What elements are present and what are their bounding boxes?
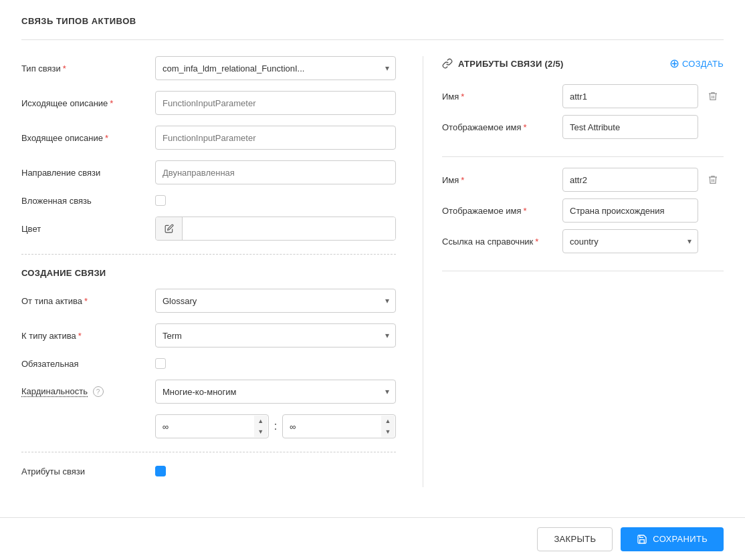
color-edit-button[interactable] — [156, 217, 183, 240]
cardinality-left-spinners: ▲ ▼ — [254, 416, 268, 437]
attr2-displayname-input[interactable] — [562, 198, 698, 223]
attribute-2-block: Имя* Отображаемое имя* — [442, 168, 724, 271]
cardinality-inputs: ▲ ▼ : ▲ ▼ — [155, 414, 396, 438]
incoming-desc-label: Входящее описание* — [21, 133, 155, 143]
footer: ЗАКРЫТЬ СОХРАНИТЬ — [0, 517, 745, 560]
create-attribute-button[interactable]: ⊕ СОЗДАТЬ — [669, 56, 724, 71]
attr1-name-label: Имя* — [442, 92, 562, 102]
attributes-label: Атрибуты связи — [21, 466, 155, 476]
cardinality-right-spinners: ▲ ▼ — [381, 416, 395, 437]
attributes-checkbox[interactable] — [155, 466, 166, 476]
pencil-icon — [165, 224, 174, 233]
cardinality-left-wrap: ▲ ▼ — [155, 414, 269, 438]
from-asset-row: От типа актива* Glossary ▾ — [21, 289, 396, 313]
to-asset-select[interactable]: Term — [155, 323, 396, 347]
right-panel: АТРИБУТЫ СВЯЗИ (2/5) ⊕ СОЗДАТЬ Имя* — [423, 56, 724, 487]
nested-checkbox[interactable] — [155, 195, 166, 206]
required-row: Обязательная — [21, 358, 396, 369]
section-title: СОЗДАНИЕ СВЯЗИ — [21, 268, 396, 278]
outgoing-desc-input[interactable] — [155, 91, 396, 115]
section-divider — [21, 254, 396, 255]
from-asset-select[interactable]: Glossary — [155, 289, 396, 313]
attr1-displayname-label: Отображаемое имя* — [442, 122, 562, 132]
nested-checkbox-wrapper — [155, 195, 166, 206]
cardinality-row: Кардинальность ? Многие-ко-многим ▾ — [21, 380, 396, 404]
attribute-1-block: Имя* Отображаемое имя* — [442, 84, 724, 157]
color-row: Цвет — [21, 217, 396, 241]
connection-type-label: Тип связи* — [21, 63, 155, 74]
to-asset-select-wrapper: Term ▾ — [155, 323, 396, 347]
incoming-desc-row: Входящее описание* — [21, 126, 396, 150]
close-button[interactable]: ЗАКРЫТЬ — [537, 527, 613, 551]
attr2-reference-select[interactable]: country — [562, 229, 698, 253]
direction-row: Направление связи — [21, 160, 396, 184]
right-panel-header: АТРИБУТЫ СВЯЗИ (2/5) ⊕ СОЗДАТЬ — [442, 56, 724, 71]
color-display — [183, 217, 395, 240]
attr1-displayname-row: Отображаемое имя* — [442, 115, 724, 139]
save-icon — [637, 534, 647, 545]
direction-label: Направление связи — [21, 168, 155, 178]
incoming-desc-input[interactable] — [155, 126, 396, 150]
attr2-delete-button[interactable] — [702, 169, 724, 190]
save-button[interactable]: СОХРАНИТЬ — [621, 527, 724, 551]
cardinality-left-input[interactable] — [155, 414, 269, 438]
attr2-reference-select-wrapper: country ▾ — [562, 229, 698, 253]
attr2-name-row: Имя* — [442, 168, 724, 192]
nested-row: Вложенная связь — [21, 195, 396, 206]
cardinality-label: Кардинальность ? — [21, 386, 155, 398]
left-panel: Тип связи* com_infa_ldm_relational_Funct… — [21, 56, 396, 487]
color-input-wrapper — [155, 217, 396, 241]
connection-type-row: Тип связи* com_infa_ldm_relational_Funct… — [21, 56, 396, 80]
cardinality-left-down-button[interactable]: ▼ — [254, 426, 268, 437]
connection-type-select[interactable]: com_infa_ldm_relational_FunctionI... — [155, 56, 396, 80]
cardinality-right-down-button[interactable]: ▼ — [381, 426, 395, 437]
attr2-displayname-label: Отображаемое имя* — [442, 206, 562, 216]
nested-label: Вложенная связь — [21, 196, 155, 206]
connection-type-select-wrapper: com_infa_ldm_relational_FunctionI... ▾ — [155, 56, 396, 80]
to-asset-label: К типу актива* — [21, 331, 155, 341]
color-label: Цвет — [21, 224, 155, 234]
from-asset-label: От типа актива* — [21, 296, 155, 306]
required-checkbox-wrapper — [155, 358, 166, 369]
cardinality-info-icon: ? — [93, 386, 104, 397]
rp-title: АТРИБУТЫ СВЯЗИ (2/5) — [458, 59, 564, 69]
attr2-reference-label: Ссылка на справочник* — [442, 237, 562, 247]
direction-input[interactable] — [155, 160, 396, 184]
rp-header-left: АТРИБУТЫ СВЯЗИ (2/5) — [442, 58, 564, 69]
cardinality-select[interactable]: Многие-ко-многим — [155, 380, 396, 404]
trash-icon — [708, 174, 718, 185]
cardinality-select-wrapper: Многие-ко-многим ▾ — [155, 380, 396, 404]
cardinality-right-wrap: ▲ ▼ — [282, 414, 396, 438]
attr1-displayname-input[interactable] — [562, 115, 698, 139]
link-icon — [442, 58, 453, 69]
attr2-name-label: Имя* — [442, 175, 562, 185]
required-label: Обязательная — [21, 359, 155, 369]
bottom-section-divider — [21, 452, 396, 452]
required-checkbox[interactable] — [155, 358, 166, 369]
page-title: СВЯЗЬ ТИПОВ АКТИВОВ — [21, 16, 724, 26]
outgoing-desc-row: Исходящее описание* — [21, 91, 396, 115]
trash-icon — [708, 91, 718, 102]
attr1-delete-button[interactable] — [702, 86, 724, 107]
from-asset-select-wrapper: Glossary ▾ — [155, 289, 396, 313]
cardinality-right-up-button[interactable]: ▲ — [381, 416, 395, 426]
required-star: * — [63, 63, 66, 74]
attr1-name-row: Имя* — [442, 84, 724, 108]
attr2-displayname-row: Отображаемое имя* — [442, 198, 724, 223]
cardinality-right-input[interactable] — [282, 414, 396, 438]
cardinality-colon: : — [274, 420, 277, 432]
cardinality-left-up-button[interactable]: ▲ — [254, 416, 268, 426]
cardinality-inputs-row: ▲ ▼ : ▲ ▼ — [21, 414, 396, 438]
plus-circle-icon: ⊕ — [669, 56, 679, 71]
attr2-reference-row: Ссылка на справочник* country ▾ — [442, 229, 724, 253]
attr1-name-input[interactable] — [562, 84, 698, 108]
attr2-name-input[interactable] — [562, 168, 698, 192]
title-divider — [21, 39, 724, 40]
outgoing-desc-label: Исходящее описание* — [21, 98, 155, 108]
attributes-row: Атрибуты связи — [21, 466, 396, 476]
attributes-checkbox-wrapper — [155, 466, 166, 476]
to-asset-row: К типу актива* Term ▾ — [21, 323, 396, 347]
